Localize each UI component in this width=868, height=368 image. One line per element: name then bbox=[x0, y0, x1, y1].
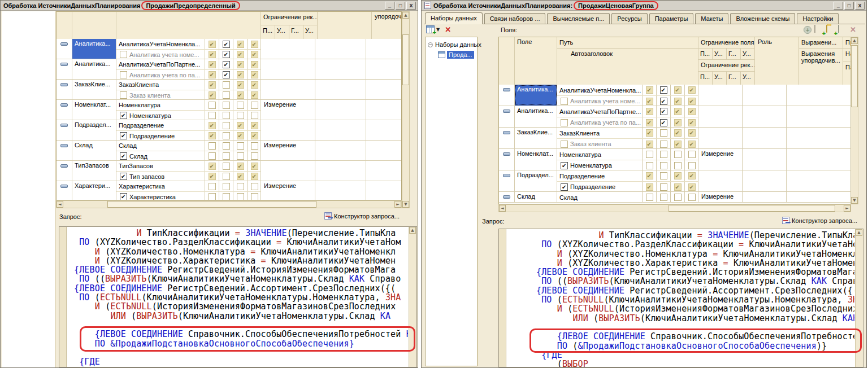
checkbox-unchecked[interactable] bbox=[660, 129, 667, 137]
field-cell[interactable]: Аналитика... bbox=[72, 59, 116, 79]
path-row-main[interactable]: АналитикаУчетаПоПартне... bbox=[116, 59, 261, 69]
path-row-main[interactable]: АналитикаУчетаПоПартне... bbox=[557, 106, 698, 117]
checkbox-checked[interactable] bbox=[251, 41, 258, 48]
collapse-icon[interactable] bbox=[428, 42, 433, 47]
delete-field-icon[interactable]: ✕ bbox=[850, 26, 856, 33]
row-handle[interactable] bbox=[499, 149, 515, 170]
checkbox-checked[interactable] bbox=[251, 173, 258, 180]
path-row-main[interactable]: ЗаказКлиента bbox=[557, 128, 698, 138]
checkbox-checked[interactable] bbox=[251, 122, 258, 129]
checkbox-unchecked[interactable] bbox=[120, 91, 127, 99]
checkbox-checked[interactable] bbox=[209, 163, 216, 170]
tab-Настройки[interactable]: Настройки bbox=[797, 13, 839, 24]
horizontal-scrollbar[interactable]: ◄► bbox=[498, 204, 851, 212]
checkbox-checked[interactable] bbox=[646, 129, 653, 137]
tree-root-datasets[interactable]: Наборы данных bbox=[426, 40, 477, 50]
checkbox-unchecked[interactable] bbox=[223, 132, 230, 139]
tab-Наборы данных[interactable]: Наборы данных bbox=[425, 12, 483, 24]
tab-Вычисляемые п...[interactable]: Вычисляемые п... bbox=[547, 13, 610, 24]
checkbox-checked[interactable] bbox=[251, 51, 258, 58]
checkbox-checked[interactable] bbox=[660, 119, 667, 126]
checkbox-unchecked[interactable] bbox=[237, 193, 244, 200]
tab-Параметры[interactable]: Параметры bbox=[649, 13, 694, 24]
checkbox-unchecked[interactable] bbox=[660, 162, 667, 169]
query-text[interactable]: И ТипКлассификации = ЗНАЧЕНИЕ(Перечислен… bbox=[67, 229, 408, 367]
path-row-main[interactable]: АналитикаУчетаНоменкла... bbox=[116, 39, 261, 49]
checkbox-unchecked[interactable] bbox=[223, 193, 230, 200]
checkbox-unchecked[interactable] bbox=[561, 119, 568, 126]
checkbox-unchecked[interactable] bbox=[209, 142, 216, 150]
checkbox-unchecked[interactable] bbox=[674, 162, 682, 169]
query-builder-link[interactable]: Конструктор запроса... bbox=[782, 217, 857, 224]
row-handle[interactable] bbox=[499, 192, 515, 202]
row-handle[interactable] bbox=[57, 141, 72, 160]
checkbox-checked[interactable] bbox=[223, 51, 230, 58]
field-cell[interactable]: Склад bbox=[72, 141, 116, 160]
checkbox-unchecked[interactable] bbox=[120, 51, 127, 58]
checkbox-checked[interactable] bbox=[120, 193, 127, 200]
checkbox-checked[interactable] bbox=[674, 183, 682, 191]
checkbox-checked[interactable] bbox=[237, 163, 244, 170]
checkbox-unchecked[interactable] bbox=[209, 152, 216, 160]
field-cell[interactable]: Номенклат... bbox=[515, 149, 557, 170]
checkbox-checked[interactable] bbox=[237, 61, 244, 68]
checkbox-checked[interactable] bbox=[237, 41, 244, 48]
horizontal-scrollbar[interactable]: ◄► bbox=[56, 200, 402, 208]
checkbox-unchecked[interactable] bbox=[251, 193, 258, 200]
checkbox-unchecked[interactable] bbox=[237, 142, 244, 150]
checkbox-checked[interactable] bbox=[646, 172, 653, 179]
path-row-sub[interactable]: Номенклатура bbox=[116, 110, 261, 120]
checkbox-checked[interactable] bbox=[209, 51, 216, 58]
checkbox-checked[interactable] bbox=[209, 173, 216, 180]
tab-Ресурсы[interactable]: Ресурсы bbox=[611, 13, 647, 24]
checkbox-checked[interactable] bbox=[674, 129, 682, 137]
checkbox-unchecked[interactable] bbox=[251, 152, 258, 160]
checkbox-unchecked[interactable] bbox=[251, 102, 258, 109]
minimize-button[interactable]: _ bbox=[834, 2, 843, 10]
checkbox-unchecked[interactable] bbox=[237, 152, 244, 160]
path-row-sub[interactable]: Склад bbox=[116, 151, 261, 160]
copy-field-icon[interactable]: + bbox=[814, 25, 823, 34]
checkbox-checked[interactable] bbox=[646, 108, 653, 115]
checkbox-checked[interactable] bbox=[660, 86, 667, 94]
delete-dataset-icon[interactable]: ✕ bbox=[445, 26, 451, 33]
minimize-button[interactable]: _ bbox=[385, 2, 394, 10]
path-row-main[interactable]: Подразделение bbox=[116, 120, 261, 130]
path-row-main[interactable]: Номенклатура bbox=[116, 100, 261, 110]
checkbox-checked[interactable] bbox=[674, 172, 682, 179]
checkbox-checked[interactable] bbox=[251, 71, 258, 78]
checkbox-checked[interactable] bbox=[223, 41, 230, 48]
checkbox-checked[interactable] bbox=[646, 183, 653, 191]
checkbox-unchecked[interactable] bbox=[120, 71, 127, 78]
field-cell[interactable]: ЗаказКлие... bbox=[72, 80, 116, 99]
checkbox-unchecked[interactable] bbox=[688, 194, 696, 201]
field-cell[interactable]: Аналитика... bbox=[515, 85, 557, 106]
maximize-button[interactable]: □ bbox=[844, 2, 854, 10]
checkbox-checked[interactable] bbox=[646, 141, 653, 148]
checkbox-checked[interactable] bbox=[223, 71, 230, 78]
checkbox-unchecked[interactable] bbox=[660, 194, 667, 201]
path-row-main[interactable]: Склад bbox=[557, 192, 698, 202]
checkbox-checked[interactable] bbox=[674, 108, 682, 115]
checkbox-unchecked[interactable] bbox=[251, 112, 258, 119]
tab-Вложенные схемы[interactable]: Вложенные схемы bbox=[730, 13, 795, 24]
checkbox-checked[interactable] bbox=[688, 108, 696, 115]
checkbox-checked[interactable] bbox=[209, 132, 216, 139]
checkbox-unchecked[interactable] bbox=[223, 91, 230, 99]
checkbox-checked[interactable] bbox=[209, 61, 216, 68]
query-editor[interactable]: И ТипКлассификации = ЗНАЧЕНИЕ(Перечислен… bbox=[498, 229, 863, 367]
checkbox-unchecked[interactable] bbox=[646, 151, 653, 158]
checkbox-unchecked[interactable] bbox=[223, 122, 230, 129]
close-button[interactable]: X bbox=[406, 2, 416, 10]
path-row-sub[interactable]: Подразделение bbox=[116, 130, 261, 140]
add-field-icon[interactable]: + bbox=[804, 26, 811, 34]
checkbox-checked[interactable] bbox=[646, 119, 653, 126]
row-handle[interactable] bbox=[57, 100, 72, 120]
checkbox-checked[interactable] bbox=[561, 183, 568, 191]
checkbox-checked[interactable] bbox=[660, 98, 667, 105]
checkbox-checked[interactable] bbox=[660, 108, 667, 115]
checkbox-unchecked[interactable] bbox=[674, 194, 682, 201]
field-cell[interactable]: ЗаказКлие... bbox=[515, 128, 557, 148]
row-handle[interactable] bbox=[57, 39, 72, 59]
checkbox-checked[interactable] bbox=[688, 129, 696, 137]
